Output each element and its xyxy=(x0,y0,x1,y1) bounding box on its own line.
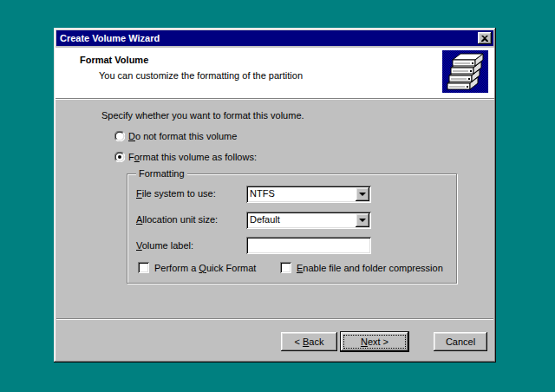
compression-checkbox-row[interactable]: Enable file and folder compression xyxy=(280,262,443,273)
chevron-down-icon xyxy=(359,193,366,196)
page-title: Format Volume xyxy=(80,55,148,65)
cancel-button[interactable]: Cancel xyxy=(434,332,487,351)
chevron-down-icon xyxy=(359,219,366,222)
file-system-value: NTFS xyxy=(250,188,275,199)
allocation-unit-dropdown-button[interactable] xyxy=(356,213,369,227)
back-button-label: < Back xyxy=(295,336,324,347)
radio-format-volume-label: Format this volume as follows: xyxy=(128,152,257,162)
titlebar[interactable]: Create Volume Wizard xyxy=(56,30,493,46)
quick-format-label: Perform a Quick Format xyxy=(154,263,256,273)
file-system-label: File system to use: xyxy=(136,188,216,199)
back-button[interactable]: < Back xyxy=(281,332,337,351)
volume-label-label: Volume label: xyxy=(136,240,193,251)
disk-stack-icon xyxy=(442,50,488,93)
close-button[interactable] xyxy=(478,32,492,44)
volume-label-input[interactable] xyxy=(246,237,371,254)
file-system-combobox[interactable]: NTFS xyxy=(246,186,371,203)
button-bar-divider xyxy=(56,318,493,320)
radio-icon xyxy=(114,131,125,141)
radio-do-not-format[interactable]: Do not format this volume xyxy=(114,130,237,142)
radio-icon xyxy=(114,152,125,162)
quick-format-checkbox[interactable] xyxy=(138,262,149,273)
allocation-unit-combobox[interactable]: Default xyxy=(246,212,371,229)
file-system-dropdown-button[interactable] xyxy=(356,187,369,201)
allocation-unit-label: Allocation unit size: xyxy=(136,214,218,225)
radio-format-volume[interactable]: Format this volume as follows: xyxy=(114,151,257,163)
window-title: Create Volume Wizard xyxy=(60,33,160,43)
allocation-unit-value: Default xyxy=(250,214,280,225)
instruction-text: Specify whether you want to format this … xyxy=(101,110,304,121)
create-volume-wizard-window: Create Volume Wizard Format Volume You c… xyxy=(54,28,496,363)
next-button[interactable]: Next > xyxy=(340,331,409,352)
radio-do-not-format-label: Do not format this volume xyxy=(128,131,237,141)
compression-checkbox[interactable] xyxy=(280,262,291,273)
quick-format-checkbox-row[interactable]: Perform a Quick Format xyxy=(138,262,256,273)
wizard-header: Format Volume You can customize the form… xyxy=(56,48,494,98)
close-icon xyxy=(481,36,488,42)
groupbox-legend: Formatting xyxy=(136,168,187,179)
compression-label: Enable file and folder compression xyxy=(297,263,443,273)
header-divider xyxy=(56,98,494,100)
cancel-button-label: Cancel xyxy=(446,336,475,347)
page-subtitle: You can customize the formatting of the … xyxy=(99,70,303,81)
next-button-label: Next > xyxy=(361,336,388,347)
desktop: { "colors": { "desktop": "#008080", "tit… xyxy=(0,0,555,392)
formatting-groupbox: Formatting File system to use: NTFS Allo… xyxy=(127,173,457,284)
